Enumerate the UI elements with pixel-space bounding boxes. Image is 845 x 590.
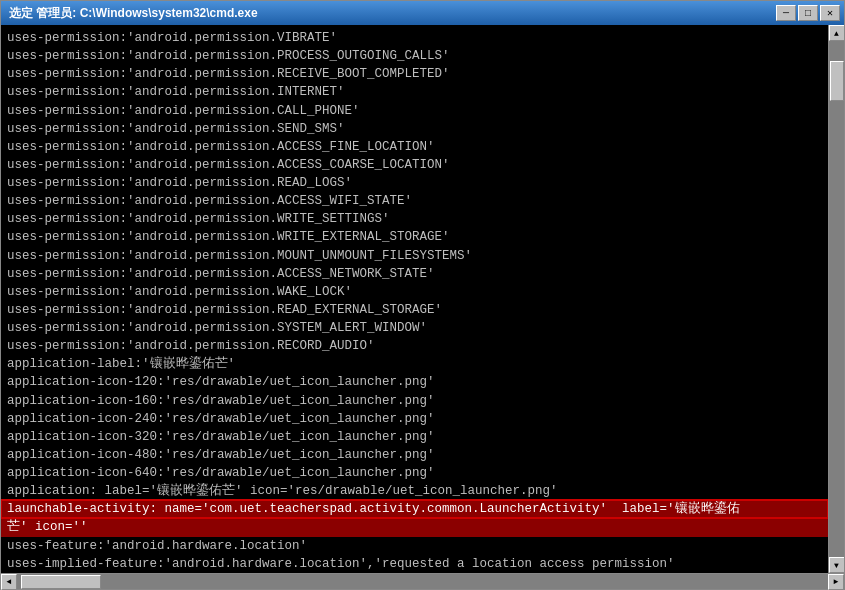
scroll-up-button[interactable]: ▲ [829,25,845,41]
h-scroll-thumb[interactable] [21,575,101,589]
cmd-window: 选定 管理员: C:\Windows\system32\cmd.exe ─ □ … [0,0,845,590]
title-bar: 选定 管理员: C:\Windows\system32\cmd.exe ─ □ … [1,1,844,25]
window-title: 选定 管理员: C:\Windows\system32\cmd.exe [9,5,258,22]
content-area: uses-permission:'android.permission.VIBR… [1,25,844,573]
scroll-right-button[interactable]: ► [828,574,844,590]
minimize-button[interactable]: ─ [776,5,796,21]
horizontal-scrollbar[interactable]: ◄ ► [1,573,844,589]
window-controls: ─ □ ✕ [776,5,840,21]
h-scroll-track[interactable] [17,574,828,589]
vertical-scrollbar[interactable]: ▲ ▼ [828,25,844,573]
terminal-output[interactable]: uses-permission:'android.permission.VIBR… [1,25,828,573]
scroll-thumb[interactable] [830,61,844,101]
scroll-track[interactable] [829,41,844,557]
maximize-button[interactable]: □ [798,5,818,21]
close-button[interactable]: ✕ [820,5,840,21]
scroll-down-button[interactable]: ▼ [829,557,845,573]
scroll-left-button[interactable]: ◄ [1,574,17,590]
